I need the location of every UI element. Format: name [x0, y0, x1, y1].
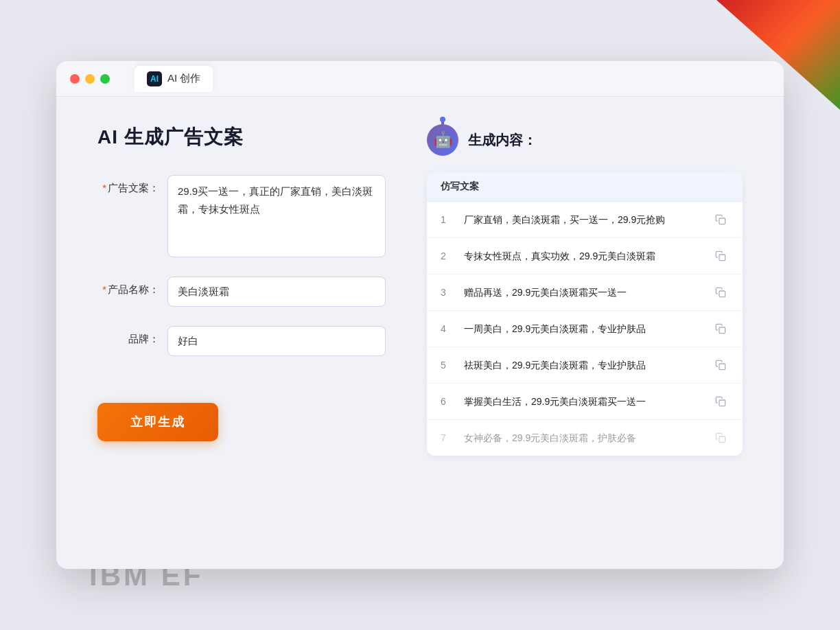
copy-button[interactable]: [712, 357, 729, 373]
brand-input[interactable]: [167, 326, 386, 356]
result-number: 3: [441, 287, 454, 298]
result-text: 掌握美白生活，29.9元美白淡斑霜买一送一: [464, 395, 703, 409]
browser-window: AI AI 创作 AI 生成广告文案 *广告文案： *产品名称：: [56, 61, 784, 569]
brand-label: 品牌：: [97, 326, 159, 346]
svg-rect-5: [719, 400, 725, 406]
product-name-input[interactable]: [167, 277, 386, 307]
result-row: 7女神必备，29.9元美白淡斑霜，护肤必备: [427, 420, 743, 456]
copy-button[interactable]: [712, 393, 729, 410]
result-text: 专抹女性斑点，真实功效，29.9元美白淡斑霜: [464, 249, 703, 264]
result-number: 5: [441, 360, 454, 371]
tab-title: AI 创作: [167, 72, 200, 85]
result-row: 6掌握美白生活，29.9元美白淡斑霜买一送一: [427, 384, 743, 420]
maximize-button[interactable]: [100, 74, 110, 84]
svg-rect-2: [719, 291, 725, 297]
result-row: 2专抹女性斑点，真实功效，29.9元美白淡斑霜: [427, 238, 743, 275]
ad-copy-label: *广告文案：: [97, 175, 159, 195]
robot-face: 🤖: [434, 131, 452, 149]
copy-button[interactable]: [712, 320, 729, 337]
svg-rect-4: [719, 364, 725, 370]
required-star-ad: *: [102, 182, 106, 194]
product-name-label: *产品名称：: [97, 277, 159, 296]
result-row: 3赠品再送，29.9元美白淡斑霜买一送一: [427, 275, 743, 311]
svg-rect-3: [719, 327, 725, 334]
svg-rect-0: [719, 218, 725, 224]
required-star-product: *: [102, 283, 106, 295]
result-text: 一周美白，29.9元美白淡斑霜，专业护肤品: [464, 322, 703, 336]
result-number: 6: [441, 396, 454, 407]
results-header: 仿写文案: [427, 172, 743, 202]
copy-button[interactable]: [712, 430, 729, 446]
copy-button[interactable]: [712, 284, 729, 301]
right-header: 🤖 生成内容：: [427, 124, 743, 156]
result-row: 5祛斑美白，29.9元美白淡斑霜，专业护肤品: [427, 347, 743, 384]
minimize-button[interactable]: [85, 74, 95, 84]
result-row: 1厂家直销，美白淡斑霜，买一送一，29.9元抢购: [427, 202, 743, 238]
copy-button[interactable]: [712, 211, 729, 228]
product-name-row: *产品名称：: [97, 277, 386, 307]
result-number: 4: [441, 323, 454, 334]
robot-icon: 🤖: [427, 124, 458, 156]
result-text: 女神必备，29.9元美白淡斑霜，护肤必备: [464, 431, 703, 445]
result-text: 厂家直销，美白淡斑霜，买一送一，29.9元抢购: [464, 213, 703, 227]
robot-antenna: [441, 120, 444, 126]
results-list: 1厂家直销，美白淡斑霜，买一送一，29.9元抢购 2专抹女性斑点，真实功效，29…: [427, 202, 743, 456]
tab-ai-creation[interactable]: AI AI 创作: [135, 66, 213, 92]
tab-ai-icon: AI: [147, 71, 162, 86]
svg-rect-6: [719, 436, 725, 443]
svg-rect-1: [719, 255, 725, 261]
result-row: 4一周美白，29.9元美白淡斑霜，专业护肤品: [427, 311, 743, 347]
left-panel: AI 生成广告文案 *广告文案： *产品名称： 品牌： 立: [97, 124, 386, 536]
results-table: 仿写文案 1厂家直销，美白淡斑霜，买一送一，29.9元抢购 2专抹女性斑点，真实…: [427, 172, 743, 456]
content-area: AI 生成广告文案 *广告文案： *产品名称： 品牌： 立: [56, 97, 784, 563]
right-panel: 🤖 生成内容： 仿写文案 1厂家直销，美白淡斑霜，买一送一，29.9元抢购 2专…: [427, 124, 743, 536]
generate-button[interactable]: 立即生成: [97, 403, 218, 441]
traffic-lights: [70, 74, 110, 84]
result-number: 2: [441, 250, 454, 261]
result-number: 1: [441, 214, 454, 225]
result-number: 7: [441, 432, 454, 443]
ad-copy-input[interactable]: [167, 175, 386, 257]
result-text: 赠品再送，29.9元美白淡斑霜买一送一: [464, 285, 703, 300]
close-button[interactable]: [70, 74, 80, 84]
copy-button[interactable]: [712, 248, 729, 264]
title-bar: AI AI 创作: [56, 61, 784, 97]
ad-copy-row: *广告文案：: [97, 175, 386, 257]
page-title: AI 生成广告文案: [97, 124, 386, 150]
result-text: 祛斑美白，29.9元美白淡斑霜，专业护肤品: [464, 358, 703, 373]
right-title: 生成内容：: [468, 131, 537, 150]
brand-row: 品牌：: [97, 326, 386, 356]
